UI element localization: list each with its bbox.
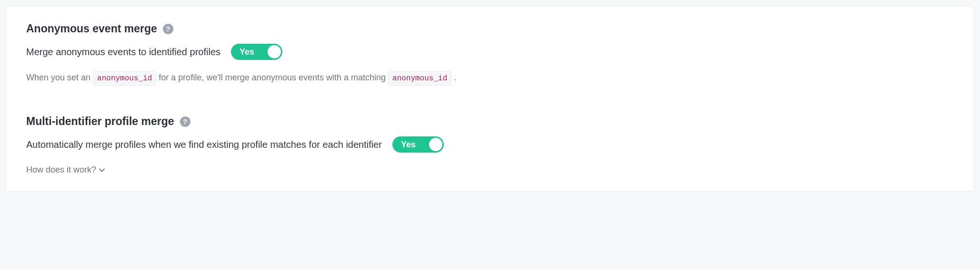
toggle-knob <box>429 138 442 151</box>
anonymous-merge-toggle[interactable]: Yes <box>231 44 282 60</box>
multi-identifier-merge-section: Multi-identifier profile merge ? Automat… <box>26 115 954 175</box>
how-does-it-work-link[interactable]: How does it work? <box>26 165 105 175</box>
section-title: Multi-identifier profile merge <box>26 115 174 128</box>
chevron-down-icon <box>99 168 105 172</box>
expand-link-text: How does it work? <box>26 165 96 175</box>
anonymous-event-merge-section: Anonymous event merge ? Merge anonymous … <box>26 22 954 86</box>
desc-text: . <box>454 73 456 82</box>
multi-identifier-merge-toggle[interactable]: Yes <box>392 136 444 153</box>
section-description: When you set an anonymous_id for a profi… <box>26 71 954 86</box>
code-chip-anonymous-id: anonymous_id <box>388 71 451 86</box>
help-icon[interactable]: ? <box>163 24 173 34</box>
help-icon[interactable]: ? <box>180 116 190 127</box>
desc-text: for a profile, we'll merge anonymous eve… <box>159 73 386 82</box>
section-header: Multi-identifier profile merge ? <box>26 115 954 128</box>
control-row: Automatically merge profiles when we fin… <box>26 136 954 153</box>
section-title: Anonymous event merge <box>26 22 157 35</box>
control-row: Merge anonymous events to identified pro… <box>26 44 954 60</box>
toggle-label: Yes <box>240 47 254 57</box>
section-header: Anonymous event merge ? <box>26 22 954 35</box>
control-label: Merge anonymous events to identified pro… <box>26 47 220 58</box>
toggle-knob <box>268 45 281 58</box>
code-chip-anonymous-id: anonymous_id <box>93 71 156 86</box>
desc-text: When you set an <box>26 73 90 82</box>
toggle-label: Yes <box>401 140 416 150</box>
control-label: Automatically merge profiles when we fin… <box>26 139 382 150</box>
settings-card: Anonymous event merge ? Merge anonymous … <box>6 6 974 192</box>
